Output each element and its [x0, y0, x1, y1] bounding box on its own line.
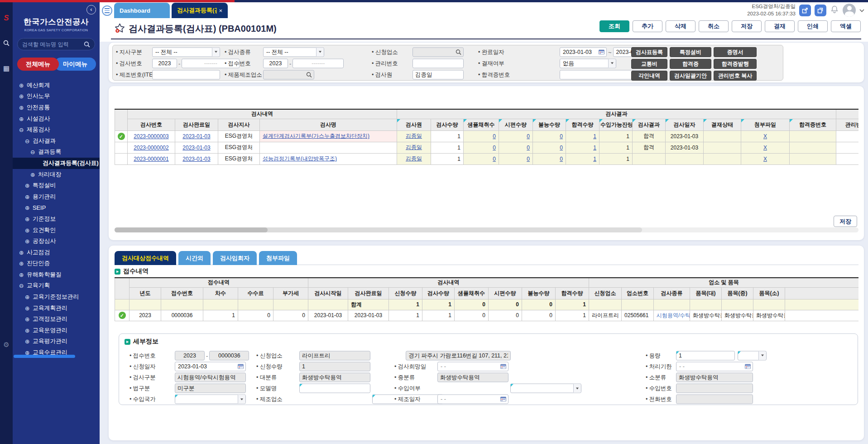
add-button[interactable]: 추가 [633, 20, 662, 32]
tab-current-page[interactable]: 검사결과등록(검사 × [172, 3, 228, 18]
excel-button[interactable]: 엑셀 [831, 20, 861, 32]
fail-count-link[interactable]: 0 [560, 145, 563, 151]
mng-no-input[interactable] [412, 58, 464, 68]
attachment-link[interactable]: X [763, 133, 767, 140]
fail-count-link[interactable]: 0 [560, 156, 563, 162]
insp-kind-select[interactable]: -- 전체 -- [263, 47, 324, 57]
apply-shop-search-field[interactable] [412, 47, 464, 57]
attachment-link[interactable]: X [763, 145, 767, 151]
branch-select[interactable]: -- 전체 -- [152, 47, 220, 57]
capacity-input[interactable] [676, 351, 735, 360]
specimen-count-link[interactable]: 0 [527, 156, 530, 162]
sidebar-item-container[interactable]: 용기관리 [13, 191, 100, 203]
sidebar-item-diagnosis[interactable]: 진단인증 [13, 258, 100, 270]
calendar-icon[interactable] [599, 49, 604, 55]
sidebar-item-accident[interactable]: 사고점검 [13, 247, 100, 258]
search-icon[interactable] [456, 49, 461, 55]
sidebar-item-ledger[interactable]: 처리대장 [13, 169, 100, 180]
calendar-icon[interactable] [500, 396, 506, 402]
tab-close-icon[interactable]: × [219, 7, 222, 14]
open-new-window-icon[interactable] [799, 5, 811, 16]
calendar-icon[interactable] [238, 364, 244, 369]
query-button[interactable]: 조회 [599, 20, 629, 32]
app-grid-icon[interactable]: ▦ [0, 64, 13, 72]
calendar-icon[interactable] [745, 364, 751, 369]
notification-bell-icon[interactable] [830, 5, 839, 15]
sample-count-link[interactable]: 0 [493, 145, 496, 151]
save-button[interactable]: 저장 [732, 20, 762, 32]
rail-search-icon[interactable] [0, 40, 13, 48]
pass-count-link[interactable]: 1 [593, 145, 596, 151]
capacity-unit-select[interactable] [738, 351, 767, 360]
inspector-link[interactable]: 김종일 [406, 144, 422, 150]
my-menu-button[interactable]: 마이메뉴 [54, 58, 96, 71]
approval-select[interactable]: 없음 [560, 58, 616, 68]
search-icon[interactable] [84, 41, 90, 48]
sidebar-item-seip[interactable]: SEIP [13, 203, 100, 214]
tab-witness[interactable]: 검사입회자 [213, 251, 257, 265]
sidebar-item-edu-std[interactable]: 교육기준정보관리 [13, 291, 100, 303]
grid-save-button[interactable]: 저장 [834, 216, 857, 227]
calendar-icon[interactable] [500, 364, 506, 369]
sidebar-item-factory-audit[interactable]: 공장심사 [13, 236, 100, 247]
pass-count-link[interactable]: 1 [593, 133, 596, 140]
scrollbar-thumb[interactable] [115, 227, 268, 232]
specimen-count-link[interactable]: 0 [527, 133, 530, 140]
sidebar-item-edu-schedule[interactable]: 교육계획관리 [13, 303, 100, 314]
insp-no-link[interactable]: 2023-0000003 [134, 133, 168, 140]
insp-sheet-reg-button[interactable]: 검사표등록 [631, 47, 667, 57]
sidebar-item-insp-result[interactable]: 검사결과 [13, 135, 100, 147]
sidebar-item-safety[interactable]: 안전공통 [13, 102, 100, 113]
import-country-select[interactable] [175, 395, 246, 404]
transport-fee-button[interactable]: 교통비 [631, 59, 667, 69]
menu-search-box[interactable] [17, 38, 95, 50]
fail-count-link[interactable]: 0 [560, 133, 563, 140]
insp-no-year-input[interactable] [152, 58, 177, 68]
pass-cert-issue-button[interactable]: 합격증발행 [714, 59, 757, 69]
specific-equip-button[interactable]: 특정설비 [670, 47, 711, 57]
maker-shop-search-field[interactable] [263, 70, 314, 79]
insp-no-link[interactable]: 2023-0000001 [134, 156, 168, 162]
sidebar-item-edu-ops[interactable]: 교육운영관리 [13, 325, 100, 336]
tab-overtime[interactable]: 시간외 [178, 251, 211, 265]
sample-count-link[interactable]: 0 [493, 133, 496, 140]
insp-name-link[interactable]: 설계단계검사기록부(가스누출경보차단장치) [263, 133, 369, 139]
complete-date-link[interactable]: 2023-01-03 [182, 133, 210, 140]
complete-date-from[interactable]: 2023-01-03 [560, 47, 607, 57]
delete-button[interactable]: 삭제 [666, 20, 695, 32]
sidebar-item-product[interactable]: 제품검사 [13, 124, 100, 135]
insp-no-link[interactable]: 2023-0000002 [134, 145, 168, 151]
specimen-count-link[interactable]: 0 [527, 145, 530, 151]
sample-count-link[interactable]: 0 [493, 156, 496, 162]
copy-window-icon[interactable] [815, 5, 826, 16]
receipt-no-year-input[interactable] [263, 58, 288, 68]
sidebar-item-chemical[interactable]: 유해화학물질 [13, 269, 100, 280]
inspector-input[interactable] [412, 70, 464, 79]
sidebar-item-specific-equip[interactable]: 특정설비 [13, 180, 100, 191]
inspector-link[interactable]: 김종일 [406, 133, 422, 139]
mng-no-copy-button[interactable]: 관리번호 복사 [714, 71, 757, 81]
receipt-no-serial-input[interactable] [293, 58, 344, 68]
sidebar-item-current-page[interactable]: 검사결과등록(검사표) [13, 158, 100, 169]
tab-receipt-list[interactable]: 검사대상접수내역 [115, 251, 176, 265]
pass-cert-button[interactable]: 합격증 [670, 59, 711, 69]
sidebar-item-edu-plan[interactable]: 교육기획 [13, 280, 100, 292]
sidebar-item-budget[interactable]: 예산회계 [13, 80, 100, 91]
menu-search-input[interactable] [22, 41, 81, 48]
batch-draft-button[interactable]: 검사일괄기안 [670, 71, 711, 81]
complete-date-link[interactable]: 2023-01-03 [182, 145, 210, 151]
favorite-star-icon[interactable] [115, 23, 125, 34]
cancel-button[interactable]: 취소 [699, 20, 729, 32]
tab-attachments[interactable]: 첨부파일 [259, 251, 297, 265]
search-icon[interactable] [306, 72, 312, 77]
complete-date-link[interactable]: 2023-01-03 [182, 156, 210, 162]
sidebar-item-result-reg[interactable]: 결과등록 [13, 147, 100, 158]
engrave-list-button[interactable]: 각인내역 [631, 71, 667, 81]
insp-name-link[interactable]: 성능검정기록부(내압방폭구조) [263, 155, 337, 162]
attachment-link[interactable]: X [763, 156, 767, 162]
hamburger-menu-icon[interactable] [102, 5, 112, 16]
sidebar-item-customer[interactable]: 고객정보관리 [13, 314, 100, 325]
model-input[interactable] [299, 383, 370, 393]
print-button[interactable]: 인쇄 [798, 20, 828, 32]
sidebar-collapse-button[interactable]: ‹ [86, 5, 96, 14]
